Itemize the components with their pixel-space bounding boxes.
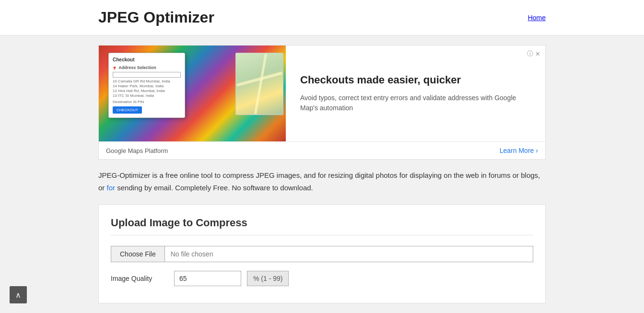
checkout-title: Checkout bbox=[113, 57, 181, 62]
checkout-section: Address Selection bbox=[113, 65, 181, 70]
main-content: ⓘ ✕ Checkout Address Selection bbox=[0, 35, 644, 313]
svg-point-0 bbox=[114, 66, 116, 69]
checkout-button-mock: CHECKOUT bbox=[113, 106, 142, 114]
checkout-mockup: Checkout Address Selection 10 Camalia GR… bbox=[108, 53, 185, 118]
ad-info-icon[interactable]: ⓘ bbox=[527, 49, 533, 58]
desc-link[interactable]: for bbox=[107, 184, 116, 192]
main-nav: Home bbox=[528, 14, 546, 22]
checkout-row: Destination St PIN bbox=[113, 100, 181, 104]
ad-learn-more-label: Learn More bbox=[500, 147, 534, 154]
ad-chevron-icon: › bbox=[536, 147, 538, 154]
checkout-item-3: 12 Hira Hall Rd, Mumbai, India bbox=[113, 89, 181, 93]
map-mockup bbox=[235, 53, 283, 115]
ad-banner: ⓘ ✕ Checkout Address Selection bbox=[98, 45, 546, 160]
scroll-to-top-button[interactable]: ∧ bbox=[10, 286, 27, 303]
checkout-item-2: 14 Haber Park, Mumbai, India bbox=[113, 84, 181, 88]
quality-hint: % (1 - 99) bbox=[247, 271, 289, 286]
quality-label: Image Quality bbox=[111, 275, 168, 282]
ad-description: Avoid typos, correct text entry errors a… bbox=[300, 93, 531, 113]
ad-text-block: Checkouts made easier, quicker Avoid typ… bbox=[286, 46, 545, 141]
page-wrapper: JPEG Optimizer Home ⓘ ✕ Checkout bbox=[0, 0, 644, 313]
ad-image-mock: Checkout Address Selection 10 Camalia GR… bbox=[99, 46, 286, 141]
nav-home-link[interactable]: Home bbox=[528, 14, 546, 22]
checkout-input-mock bbox=[113, 72, 181, 78]
checkout-item-1: 10 Camalia GR Rd Mumbai, India bbox=[113, 79, 181, 83]
file-name-display: No file chosen bbox=[164, 246, 533, 262]
upload-section: Upload Image to Compress Choose File No … bbox=[98, 204, 546, 303]
quality-row: Image Quality % (1 - 99) bbox=[111, 271, 533, 286]
upload-title: Upload Image to Compress bbox=[111, 217, 533, 235]
map-road-v bbox=[254, 54, 267, 115]
quality-input[interactable] bbox=[174, 271, 241, 286]
ad-footer: Google Maps Platform Learn More › bbox=[99, 141, 545, 159]
ad-inner: Checkout Address Selection 10 Camalia GR… bbox=[99, 46, 545, 141]
checkout-item-4: 13 ITC St Mumbai, India bbox=[113, 93, 181, 98]
ad-controls: ⓘ ✕ bbox=[527, 49, 540, 58]
ad-learn-more-link[interactable]: Learn More › bbox=[500, 147, 538, 154]
scroll-top-icon: ∧ bbox=[15, 290, 21, 300]
ad-image-block: Checkout Address Selection 10 Camalia GR… bbox=[99, 46, 286, 141]
ad-close-icon[interactable]: ✕ bbox=[535, 50, 540, 58]
description-text: JPEG-Optimizer is a free online tool to … bbox=[98, 169, 546, 194]
page-title: JPEG Optimizer bbox=[98, 9, 214, 26]
ad-brand: Google Maps Platform bbox=[106, 147, 168, 154]
header: JPEG Optimizer Home bbox=[0, 0, 644, 35]
desc-part2: sending by email. Completely Free. No so… bbox=[115, 184, 313, 192]
choose-file-button[interactable]: Choose File bbox=[111, 246, 164, 262]
file-input-row: Choose File No file chosen bbox=[111, 246, 533, 262]
ad-headline: Checkouts made easier, quicker bbox=[300, 74, 531, 86]
